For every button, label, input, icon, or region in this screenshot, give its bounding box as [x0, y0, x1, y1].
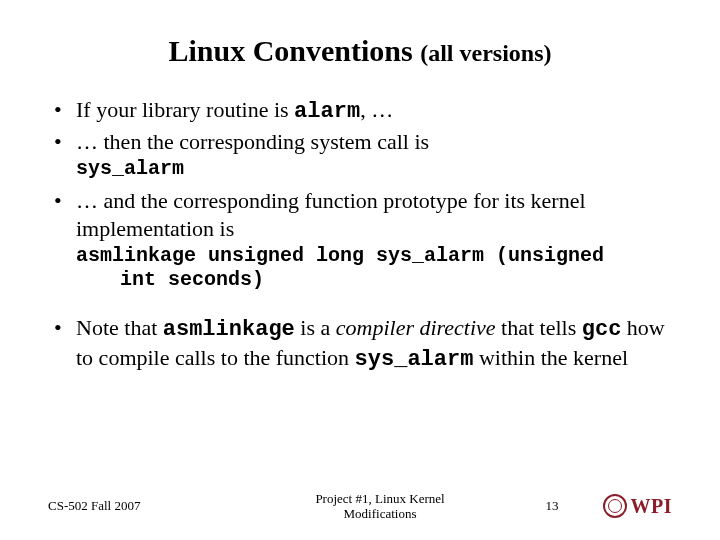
bullet-3-sub: asmlinkage unsigned long sys_alarm (unsi… — [76, 244, 672, 292]
slide: Linux Conventions (all versions) If your… — [0, 0, 720, 540]
bullet-4: Note that asmlinkage is a compiler direc… — [48, 314, 672, 373]
bullet-4-code2: gcc — [582, 317, 622, 342]
bullet-2-sub: sys_alarm — [76, 157, 672, 181]
bullet-list-3: Note that asmlinkage is a compiler direc… — [48, 314, 672, 373]
footer-center: Project #1, Linux Kernel Modifications — [228, 491, 532, 522]
footer-center-l2: Modifications — [344, 506, 417, 521]
spacer — [48, 298, 672, 314]
bullet-3-sub-l1: asmlinkage unsigned long sys_alarm (unsi… — [76, 244, 604, 267]
bullet-4-code1: asmlinkage — [163, 317, 295, 342]
footer-pagenum: 13 — [532, 498, 572, 514]
bullet-list-2: … and the corresponding function prototy… — [48, 187, 672, 242]
bullet-3: … and the corresponding function prototy… — [48, 187, 672, 242]
title-main: Linux Conventions — [168, 34, 420, 67]
bullet-2: … then the corresponding system call is — [48, 128, 672, 156]
bullet-3-sub-l2: int seconds) — [76, 268, 264, 292]
footer-logo: WPI — [572, 494, 672, 518]
bullet-3-text: … and the corresponding function prototy… — [76, 188, 586, 241]
bullet-1-pre: If your library routine is — [76, 97, 294, 122]
bullet-4-pre: Note that — [76, 315, 163, 340]
footer-left: CS-502 Fall 2007 — [48, 498, 228, 514]
bullet-4-code3: sys_alarm — [355, 347, 474, 372]
wpi-logo-text: WPI — [631, 495, 673, 518]
wpi-seal-icon — [603, 494, 627, 518]
bullet-list: If your library routine is alarm, … … th… — [48, 96, 672, 155]
bullet-1-code: alarm — [294, 99, 360, 124]
bullet-1: If your library routine is alarm, … — [48, 96, 672, 126]
footer: CS-502 Fall 2007 Project #1, Linux Kerne… — [0, 491, 720, 522]
bullet-4-ital: compiler directive — [336, 315, 496, 340]
bullet-4-post: within the kernel — [473, 345, 628, 370]
bullet-1-post: , … — [360, 97, 393, 122]
bullet-2-text: … then the corresponding system call is — [76, 129, 429, 154]
bullet-4-mid1: is a — [295, 315, 336, 340]
footer-center-l1: Project #1, Linux Kernel — [315, 491, 444, 506]
bullet-4-mid2: that tells — [496, 315, 582, 340]
title-sub: (all versions) — [420, 40, 551, 66]
slide-title: Linux Conventions (all versions) — [48, 34, 672, 68]
